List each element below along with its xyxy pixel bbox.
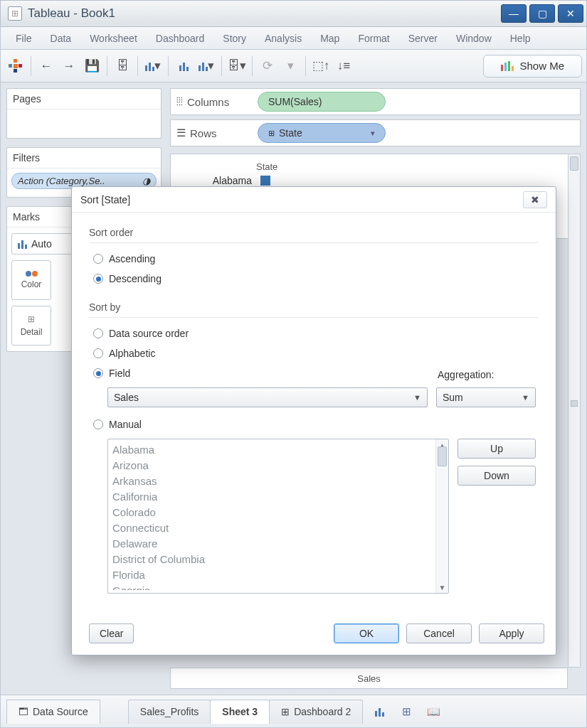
clear-button[interactable]: Clear <box>89 623 134 643</box>
menu-map[interactable]: Map <box>311 29 349 48</box>
minimize-button[interactable]: — <box>501 4 527 23</box>
marks-color-label: Color <box>21 279 42 289</box>
list-item: Colorado <box>112 505 433 520</box>
radio-manual[interactable]: Manual <box>92 414 536 434</box>
marks-detail-button[interactable]: ⊞ Detail <box>11 306 51 346</box>
chevron-down-icon: ▼ <box>413 393 421 402</box>
rows-label: ☰ Rows <box>176 127 248 139</box>
apply-button[interactable]: Apply <box>479 623 544 643</box>
menu-help[interactable]: Help <box>501 29 540 48</box>
radio-icon <box>93 368 103 378</box>
radio-ascending[interactable]: Ascending <box>92 249 536 269</box>
list-item: Alabama <box>112 442 433 458</box>
show-me-button[interactable]: Show Me <box>483 55 582 77</box>
viz-column-header: State <box>256 161 566 172</box>
list-item: District of Columbia <box>112 552 433 567</box>
rows-shelf[interactable]: ☰ Rows ⊞ State ▾ <box>170 119 581 146</box>
menu-file[interactable]: File <box>6 29 41 48</box>
dialog-title: Sort [State] <box>80 194 130 205</box>
marks-color-button[interactable]: Color <box>11 260 51 300</box>
new-story-button[interactable]: 📖 <box>423 702 443 722</box>
radio-icon <box>93 419 103 429</box>
scrollbar-thumb[interactable] <box>438 446 447 466</box>
columns-pill-sum-sales[interactable]: SUM(Sales) <box>258 92 386 112</box>
tab-sales-profits[interactable]: Sales_Profits <box>128 700 211 724</box>
window-titlebar: ⊞ Tableau - Book1 — ▢ ✕ <box>0 0 587 27</box>
radio-icon <box>93 274 103 284</box>
duplicate-icon[interactable] <box>173 55 194 77</box>
tab-dashboard-2[interactable]: ⊞ Dashboard 2 <box>269 700 363 724</box>
columns-shelf[interactable]: ⦙⦙⦙ Columns SUM(Sales) <box>170 88 581 115</box>
run-icon[interactable]: ⟳ <box>257 55 278 77</box>
tableau-logo-icon[interactable] <box>5 55 26 77</box>
rows-pill-state[interactable]: ⊞ State ▾ <box>258 123 386 143</box>
down-button[interactable]: Down <box>458 466 536 486</box>
viz-scrollbar[interactable] <box>568 154 581 668</box>
filter-pill-icon: ◑ <box>142 176 150 186</box>
new-worksheet-button[interactable] <box>369 702 389 722</box>
app-icon: ⊞ <box>8 6 22 21</box>
menu-bar: File Data Worksheet Dashboard Story Anal… <box>0 27 587 50</box>
columns-icon: ⦙⦙⦙ <box>176 95 183 108</box>
radio-alphabetic[interactable]: Alphabetic <box>92 343 536 363</box>
new-dashboard-button[interactable]: ⊞ <box>396 702 416 722</box>
aggregation-combobox[interactable]: Sum ▼ <box>436 387 536 407</box>
aggregation-label: Aggregation: <box>438 369 536 380</box>
new-worksheet-icon[interactable]: ▾ <box>142 55 164 77</box>
show-me-label: Show Me <box>519 60 564 72</box>
dialog-close-button[interactable]: ✖ <box>523 191 547 208</box>
manual-listbox[interactable]: Alabama Arizona Arkansas California Colo… <box>107 439 449 594</box>
menu-server[interactable]: Server <box>399 29 447 48</box>
x-axis-label[interactable]: Sales <box>170 668 568 689</box>
new-data-source-icon[interactable]: 🗄 <box>112 55 133 77</box>
radio-icon <box>93 254 103 264</box>
auto-update-icon[interactable]: 🗄▾ <box>226 55 248 77</box>
ascending-label: Ascending <box>109 253 155 264</box>
maximize-button[interactable]: ▢ <box>529 4 555 23</box>
field-combobox[interactable]: Sales ▼ <box>107 387 428 407</box>
data-source-order-label: Data source order <box>109 328 189 339</box>
tab-sheet-3[interactable]: Sheet 3 <box>210 700 270 724</box>
viz-row-label: Alabama <box>185 175 256 186</box>
dialog-body: Sort order Ascending Descending Sort by … <box>72 213 556 619</box>
caret-icon[interactable]: ▾ <box>280 55 301 77</box>
menu-analysis[interactable]: Analysis <box>255 29 311 48</box>
clear-sheet-icon[interactable]: ▾ <box>196 55 217 77</box>
viz-bar <box>260 176 270 186</box>
menu-format[interactable]: Format <box>349 29 398 48</box>
sort-dialog: Sort [State] ✖ Sort order Ascending Desc… <box>71 186 556 655</box>
up-button[interactable]: Up <box>458 439 536 459</box>
radio-descending[interactable]: Descending <box>92 269 536 289</box>
alphabetic-label: Alphabetic <box>109 348 155 359</box>
close-window-button[interactable]: ✕ <box>558 4 583 23</box>
list-item: Connecticut <box>112 520 433 536</box>
aggregation-value: Sum <box>443 392 463 403</box>
back-icon[interactable]: ← <box>36 55 57 77</box>
data-source-tab[interactable]: 🗔 Data Source <box>6 700 100 724</box>
scroll-down-icon[interactable]: ▼ <box>436 582 448 593</box>
show-me-icon <box>501 61 514 71</box>
scrollbar-thumb[interactable] <box>570 156 578 171</box>
sort-order-label: Sort order <box>89 227 539 238</box>
pages-shelf[interactable] <box>7 109 161 138</box>
listbox-scrollbar[interactable]: ▲ ▼ <box>435 439 448 593</box>
data-source-icon: 🗔 <box>18 706 28 717</box>
cancel-button[interactable]: Cancel <box>406 623 472 643</box>
save-icon[interactable]: 💾 <box>81 55 102 77</box>
sort-asc-icon[interactable]: ⬚↑ <box>310 55 332 77</box>
list-item: California <box>112 489 433 505</box>
menu-worksheet[interactable]: Worksheet <box>80 29 147 48</box>
menu-dashboard[interactable]: Dashboard <box>147 29 214 48</box>
sort-desc-icon[interactable]: ↓≡ <box>333 55 354 77</box>
viz-row-alabama: Alabama <box>185 175 566 186</box>
dialog-titlebar: Sort [State] ✖ <box>72 187 556 213</box>
pages-header: Pages <box>7 89 161 109</box>
menu-window[interactable]: Window <box>447 29 501 48</box>
radio-data-source-order[interactable]: Data source order <box>92 323 536 343</box>
marks-detail-label: Detail <box>21 327 43 337</box>
ok-button[interactable]: OK <box>334 623 399 643</box>
menu-story[interactable]: Story <box>213 29 255 48</box>
color-icon <box>26 271 38 277</box>
forward-icon[interactable]: → <box>58 55 80 77</box>
menu-data[interactable]: Data <box>41 29 81 48</box>
